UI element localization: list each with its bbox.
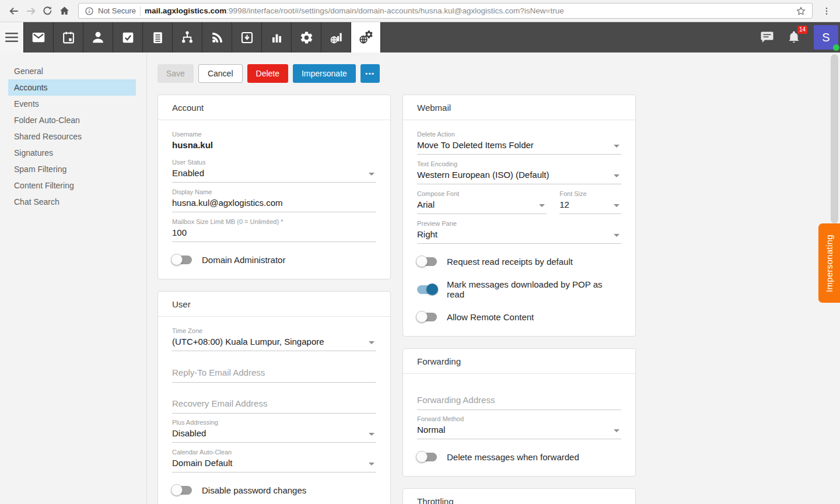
impersonating-tab[interactable]: Impersonating (818, 223, 840, 303)
mailbox-size-value: 100 (172, 227, 376, 242)
sidebar-item-spam-filtering[interactable]: Spam Filtering (8, 161, 136, 177)
info-icon (85, 6, 94, 16)
tab-tasks[interactable] (113, 22, 143, 52)
disable-password-changes-toggle-row: Disable password changes (172, 485, 376, 495)
request-read-receipts-toggle[interactable] (417, 257, 437, 266)
display-name-label: Display Name (172, 188, 376, 196)
toggle-knob (416, 311, 428, 323)
impersonate-button[interactable]: Impersonate (293, 64, 356, 83)
toolbar-right: 14 S (760, 22, 840, 52)
sidebar-item-accounts[interactable]: Accounts (8, 79, 136, 96)
disable-password-changes-toggle[interactable] (172, 486, 192, 495)
tab-connections[interactable] (173, 22, 202, 52)
tab-calendar[interactable] (54, 22, 83, 52)
forward-method-select[interactable]: Forward Method Normal (417, 415, 621, 439)
security-label: Not Secure (98, 6, 136, 15)
time-zone-value: (UTC+08:00) Kuala Lumpur, Singapore (172, 336, 376, 351)
sidebar-item-signatures[interactable]: Signatures (8, 145, 136, 161)
allow-remote-content-toggle[interactable] (417, 313, 437, 321)
time-zone-label: Time Zone (172, 327, 376, 335)
domain-administrator-toggle[interactable] (172, 256, 192, 264)
delete-action-label: Delete Action (417, 131, 621, 138)
compose-font-value: Arial (417, 199, 547, 214)
domain-reports-icon (329, 30, 344, 45)
compose-font-select[interactable]: Compose Font Arial (417, 190, 547, 214)
chat-button[interactable] (760, 31, 774, 44)
allow-remote-content-toggle-row: Allow Remote Content (417, 312, 621, 322)
delete-button[interactable]: Delete (247, 64, 288, 83)
tab-domain-settings[interactable] (351, 22, 381, 52)
tab-notes[interactable] (143, 22, 173, 52)
address-bar[interactable]: Not Secure mail.agxlogistics.com:9998/in… (78, 3, 813, 19)
presence-indicator (833, 44, 839, 51)
forward-arrow-icon (25, 5, 37, 17)
bar-chart-icon (270, 30, 284, 45)
delete-when-forwarded-label: Delete messages when forwarded (447, 452, 579, 462)
app-tiles (23, 22, 381, 52)
avatar[interactable]: S (814, 25, 838, 50)
sidebar-item-folder-auto-clean[interactable]: Folder Auto-Clean (8, 112, 136, 128)
notifications-button[interactable]: 14 (787, 30, 801, 45)
more-actions-button[interactable]: ••• (360, 64, 380, 83)
home-button[interactable] (57, 3, 72, 19)
tab-contacts[interactable] (83, 22, 113, 52)
file-storage-icon (240, 30, 254, 45)
card-body: Username husna.kul User Status Enabled D… (158, 120, 390, 279)
text-encoding-select[interactable]: Text Encoding Western European (ISO) (De… (417, 160, 621, 184)
scrollbar-thumb[interactable] (831, 54, 838, 223)
compose-font-label: Compose Font (417, 190, 547, 198)
calendar-auto-clean-value: Domain Default (172, 457, 376, 473)
tab-file-storage[interactable] (232, 22, 262, 52)
card-body: Time Zone (UTC+08:00) Kuala Lumpur, Sing… (158, 317, 390, 504)
display-name-field[interactable]: Display Name husna.kul@agxlogistics.com (172, 188, 376, 212)
refresh-button[interactable] (40, 3, 55, 19)
sidebar-item-general[interactable]: General (8, 63, 136, 79)
tab-settings[interactable] (292, 22, 321, 52)
sidebar-item-shared-resources[interactable]: Shared Resources (8, 128, 136, 145)
sidebar-item-chat-search[interactable]: Chat Search (8, 194, 136, 210)
card-title: Throttling (403, 489, 635, 504)
card-body: Forward Method Normal Delete messages wh… (403, 374, 635, 476)
sidebar-item-content-filtering[interactable]: Content Filtering (8, 177, 136, 194)
mailbox-size-field[interactable]: Mailbox Size Limit MB (0 = Unlimited) * … (172, 218, 376, 242)
user-status-select[interactable]: User Status Enabled (172, 159, 376, 183)
rss-icon (210, 30, 225, 45)
browser-chrome: Not Secure mail.agxlogistics.com:9998/in… (0, 0, 840, 22)
screen: Not Secure mail.agxlogistics.com:9998/in… (0, 0, 840, 504)
chevron-down-icon (614, 145, 620, 148)
save-button[interactable]: Save (158, 64, 194, 83)
browser-menu-button[interactable] (818, 3, 834, 19)
back-button[interactable] (6, 3, 22, 19)
font-size-select[interactable]: Font Size 12 (559, 190, 621, 214)
tab-reports[interactable] (262, 22, 292, 52)
text-encoding-label: Text Encoding (417, 160, 621, 168)
plus-addressing-select[interactable]: Plus Addressing Disabled (172, 419, 376, 443)
toggle-knob (171, 254, 183, 265)
preview-pane-select[interactable]: Preview Pane Right (417, 220, 621, 244)
user-card: User Time Zone (UTC+08:00) Kuala Lumpur,… (158, 291, 391, 504)
forwarding-address-input[interactable] (417, 384, 621, 410)
time-zone-select[interactable]: Time Zone (UTC+08:00) Kuala Lumpur, Sing… (172, 327, 376, 351)
delete-action-select[interactable]: Delete Action Move To Deleted Items Fold… (417, 131, 621, 155)
recovery-email-input[interactable] (172, 388, 376, 414)
username-field: Username husna.kul (172, 131, 376, 153)
mark-pop-read-toggle[interactable] (417, 285, 437, 294)
delete-when-forwarded-toggle[interactable] (417, 453, 437, 461)
tasks-icon (121, 30, 135, 45)
right-column: Webmail Delete Action Move To Deleted It… (402, 94, 636, 504)
hamburger-icon (5, 32, 18, 43)
tab-news-feeds[interactable] (202, 22, 232, 52)
font-size-value: 12 (559, 199, 621, 214)
calendar-auto-clean-label: Calendar Auto-Clean (172, 449, 376, 456)
font-row: Compose Font Arial Font Size 12 (417, 190, 621, 220)
gear-icon (299, 30, 314, 45)
forward-button[interactable] (23, 3, 38, 19)
sidebar-item-events[interactable]: Events (8, 96, 136, 112)
hamburger-menu-button[interactable] (0, 22, 23, 52)
reply-to-input[interactable] (172, 357, 376, 383)
calendar-auto-clean-select[interactable]: Calendar Auto-Clean Domain Default (172, 449, 376, 473)
tab-domain-reports[interactable] (321, 22, 351, 52)
bookmark-star-button[interactable] (796, 6, 806, 16)
cancel-button[interactable]: Cancel (198, 64, 243, 83)
tab-email[interactable] (24, 22, 54, 52)
